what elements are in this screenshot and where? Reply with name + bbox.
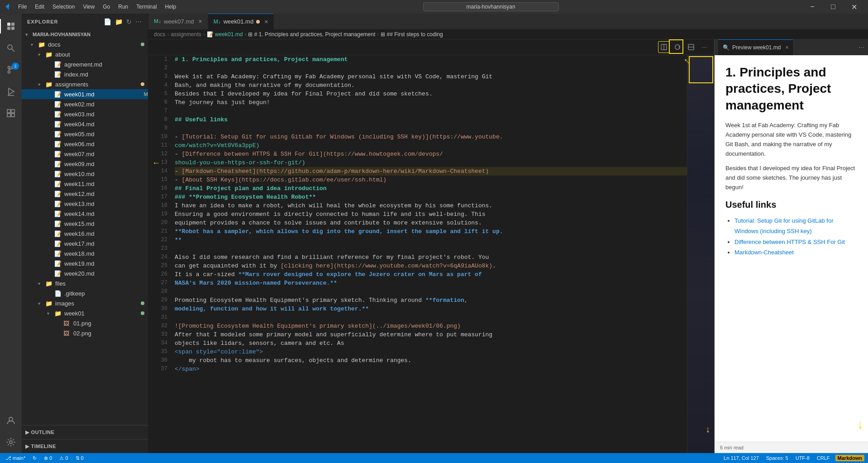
root-folder[interactable]: ▾ MARIA-HOVHANNISYAN: [22, 29, 148, 39]
timeline-section: ▶ TIMELINE: [22, 439, 148, 453]
code-line-22: **: [175, 236, 687, 244]
week20-file[interactable]: 📝week20.md: [22, 268, 148, 278]
menu-terminal[interactable]: Terminal: [133, 3, 160, 11]
agreement-file[interactable]: 📝 agreement.md: [22, 59, 148, 69]
sync-scroll-button[interactable]: [672, 41, 683, 53]
tab-week01-close[interactable]: ×: [264, 18, 268, 25]
week16-file[interactable]: 📝week16.md: [22, 229, 148, 239]
menu-help[interactable]: Help: [162, 3, 180, 11]
week17-file[interactable]: 📝week17.md: [22, 239, 148, 248]
preview-read-time: 6 min read: [720, 445, 744, 450]
tab-week01[interactable]: M↓ week01.md ×: [208, 14, 274, 29]
outline-header[interactable]: ▶ OUTLINE: [22, 427, 148, 437]
menu-selection[interactable]: Selection: [49, 3, 78, 11]
language-mode[interactable]: Markdown: [835, 455, 864, 461]
week05-file[interactable]: 📝week05.md: [22, 129, 148, 139]
menu-go[interactable]: Go: [99, 3, 114, 11]
split-vertical-button[interactable]: [685, 41, 697, 53]
search-box[interactable]: maria-hovhannisyan: [423, 2, 559, 11]
week11-file[interactable]: 📝week11.md: [22, 179, 148, 189]
preview-link-3[interactable]: Markdown-Cheatsheet: [734, 247, 857, 258]
preview-p2: Besides that I developed my idea for Fin…: [725, 164, 857, 192]
breadcrumb-week01[interactable]: 📝 week01.md: [207, 31, 243, 38]
account-activity-icon[interactable]: [0, 410, 22, 431]
files-folder[interactable]: ▾ 📁 files: [22, 278, 148, 288]
breadcrumb-h2[interactable]: ⊞ ## First steps to coding: [381, 31, 443, 38]
week12-file[interactable]: 📝week12.md: [22, 189, 148, 199]
encoding[interactable]: UTF-8: [794, 455, 811, 461]
code-line-23: [175, 244, 687, 253]
preview-link-2[interactable]: Difference between HTTPS & SSH For Git: [734, 237, 857, 247]
preview-content[interactable]: 1. Principles and practices, Project man…: [715, 55, 868, 442]
img02-file[interactable]: 🖼02.png: [22, 328, 148, 338]
week19-file[interactable]: 📝week19.md: [22, 258, 148, 268]
maximize-button[interactable]: □: [823, 0, 844, 14]
search-activity-icon[interactable]: [0, 37, 22, 59]
week03-file[interactable]: 📝week03.md: [22, 109, 148, 119]
breadcrumb-docs[interactable]: docs: [154, 31, 165, 38]
preview-more-button[interactable]: ···: [858, 43, 864, 52]
preview-tab-close[interactable]: ×: [785, 44, 788, 51]
img01-file[interactable]: 🖼01.png: [22, 318, 148, 328]
breadcrumb-assignments[interactable]: assignments: [171, 31, 201, 38]
week01-img-folder[interactable]: ▾ 📁 week01: [22, 308, 148, 318]
minimize-button[interactable]: −: [802, 0, 823, 14]
source-control-badge: 2: [12, 62, 19, 70]
docs-folder[interactable]: ▾ 📁 docs: [22, 39, 148, 49]
remote-count[interactable]: ⇅ 0: [74, 455, 86, 461]
preview-tab[interactable]: 🔍 Preview week01.md ×: [718, 39, 793, 55]
index-file[interactable]: 📝 index.md: [22, 69, 148, 79]
menu-edit[interactable]: Edit: [31, 3, 48, 11]
more-actions-button[interactable]: ···: [699, 41, 711, 53]
outline-arrow: ▶: [25, 430, 29, 435]
assignments-dot: [141, 82, 144, 86]
spaces-count[interactable]: Spaces: 5: [764, 455, 790, 461]
tab-week07-close[interactable]: ×: [198, 18, 202, 25]
split-editor-button[interactable]: [658, 41, 670, 53]
assignments-folder[interactable]: ▾ 📁 assignments: [22, 79, 148, 89]
git-branch[interactable]: ⎇ main*: [4, 455, 27, 461]
collapse-icon[interactable]: ⋯: [134, 17, 143, 26]
extensions-activity-icon[interactable]: [0, 102, 22, 124]
week14-file[interactable]: 📝week14.md: [22, 209, 148, 219]
week18-file[interactable]: 📝week18.md: [22, 248, 148, 258]
code-line-24: Also I did some research and find a bril…: [175, 253, 687, 262]
code-line-8: ## Useful links: [175, 115, 687, 124]
refresh-icon[interactable]: ↻: [125, 17, 133, 26]
cursor-position[interactable]: Ln 117, Col 127: [722, 455, 761, 461]
explorer-activity-icon[interactable]: [0, 15, 22, 37]
menu-file[interactable]: File: [14, 3, 30, 11]
breadcrumb-h1[interactable]: ⊞ # 1. Principles and practices, Project…: [248, 31, 375, 38]
code-line-10: - [Tutorial: Setup Git for using GitLab …: [175, 133, 687, 141]
menu-run[interactable]: Run: [114, 3, 132, 11]
week04-file[interactable]: 📝week04.md: [22, 119, 148, 129]
week10-file[interactable]: 📝week10.md: [22, 169, 148, 179]
files-arrow: ▾: [38, 281, 45, 286]
settings-activity-icon[interactable]: [0, 431, 22, 453]
menu-view[interactable]: View: [79, 3, 98, 11]
new-folder-icon[interactable]: 📁: [114, 17, 124, 26]
source-control-activity-icon[interactable]: 2: [0, 59, 22, 81]
week09-file[interactable]: 📝week09.md: [22, 159, 148, 169]
preview-link-1[interactable]: Tutorial: Setup Git for using GitLab for…: [734, 215, 857, 237]
images-folder-icon: 📁: [45, 300, 53, 307]
warnings-count[interactable]: ⚠ 0: [57, 455, 70, 461]
sync-button[interactable]: ↻: [31, 455, 38, 461]
timeline-header[interactable]: ▶ TIMELINE: [22, 441, 148, 451]
tab-week07[interactable]: M↓ week07.md ×: [148, 14, 208, 29]
about-folder[interactable]: ▾ 📁 about: [22, 49, 148, 59]
week02-file[interactable]: 📝week02.md: [22, 99, 148, 109]
line-ending[interactable]: CRLF: [815, 455, 832, 461]
new-file-icon[interactable]: 📄: [103, 17, 112, 26]
week06-file[interactable]: 📝week06.md: [22, 139, 148, 149]
close-button[interactable]: ✕: [844, 0, 864, 14]
code-lines[interactable]: # 1. Principles and practices, Project m…: [171, 55, 687, 453]
images-folder[interactable]: ▾ 📁 images: [22, 298, 148, 308]
run-activity-icon[interactable]: [0, 81, 22, 102]
week13-file[interactable]: 📝week13.md: [22, 199, 148, 209]
errors-count[interactable]: ⊗ 0: [42, 455, 54, 461]
week07-file[interactable]: 📝week07.md: [22, 149, 148, 159]
gitkeep-file[interactable]: 📄.gitkeep: [22, 288, 148, 298]
week15-file[interactable]: 📝week15.md: [22, 219, 148, 229]
week01-file[interactable]: 📝 week01.md M: [22, 89, 148, 99]
